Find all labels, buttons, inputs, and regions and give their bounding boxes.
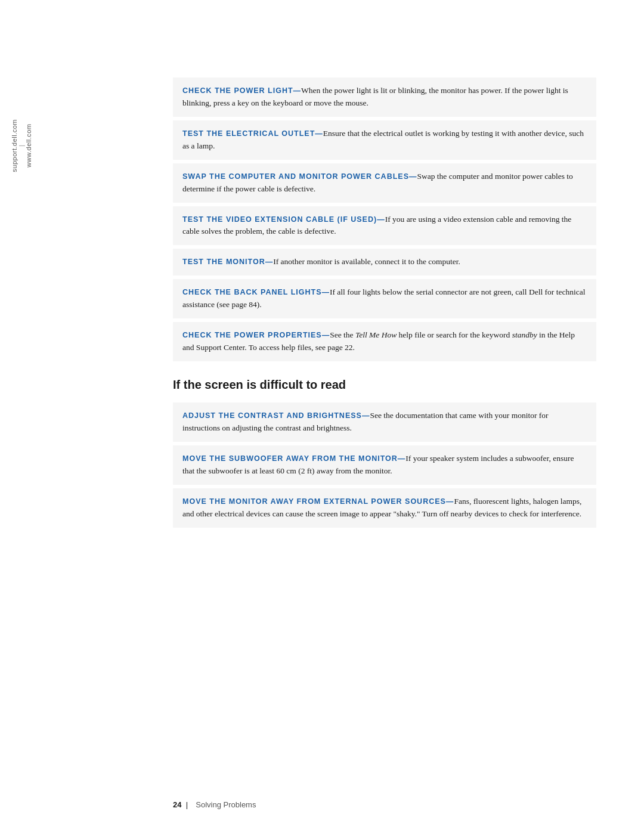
check-power-light-heading: Check the power light— [182, 86, 301, 95]
test-video-row: Test the video extension cable (if used)… [173, 206, 596, 246]
check-power-props-heading: Check the Power Properties— [182, 331, 330, 339]
main-content: Check the power light—When the power lig… [173, 78, 596, 531]
check-power-props-italic1: Tell Me How [355, 330, 397, 339]
check-power-props-row: Check the Power Properties—See the Tell … [173, 322, 596, 361]
footer-separator: | [181, 800, 192, 809]
move-subwoofer-heading: Move the subwoofer away from the monitor… [182, 454, 405, 463]
sidebar-line2: support.dell.com [11, 119, 18, 172]
footer-label: Solving Problems [196, 800, 256, 809]
check-back-panel-heading: Check the back panel lights— [182, 288, 330, 296]
move-monitor-power-row: Move the monitor away from external powe… [173, 488, 596, 528]
page-container: support.dell.com | www.dell.com Check th… [0, 0, 644, 833]
sidebar-line1: www.dell.com [25, 124, 32, 168]
page-footer: 24 | Solving Problems [173, 800, 256, 809]
move-subwoofer-row: Move the subwoofer away from the monitor… [173, 445, 596, 485]
test-monitor-body: If another monitor is available, connect… [273, 257, 460, 266]
sidebar-text: support.dell.com | www.dell.com [11, 119, 32, 172]
check-power-props-italic2: standby [512, 330, 537, 339]
swap-cables-heading: Swap the computer and monitor power cabl… [182, 172, 417, 181]
test-electrical-outlet-row: Test the electrical outlet—Ensure that t… [173, 120, 596, 160]
check-power-props-body1: See the [330, 330, 355, 339]
page-number: 24 [173, 800, 181, 809]
screen-section-heading: If the screen is difficult to read [173, 378, 596, 392]
adjust-contrast-row: Adjust the contrast and brightness—See t… [173, 402, 596, 442]
check-power-props-body2: help file or search for the keyword [397, 330, 512, 339]
swap-cables-row: Swap the computer and monitor power cabl… [173, 163, 596, 203]
sidebar-separator: | [18, 145, 25, 147]
test-video-heading: Test the video extension cable (if used)… [182, 215, 385, 224]
check-back-panel-row: Check the back panel lights—If all four … [173, 279, 596, 318]
test-electrical-heading: Test the electrical outlet— [182, 129, 323, 138]
adjust-contrast-heading: Adjust the contrast and brightness— [182, 411, 370, 420]
move-monitor-power-heading: Move the monitor away from external powe… [182, 497, 454, 506]
check-power-light-row: Check the power light—When the power lig… [173, 78, 596, 117]
test-monitor-heading: Test the monitor— [182, 258, 273, 266]
test-monitor-row: Test the monitor—If another monitor is a… [173, 249, 596, 275]
